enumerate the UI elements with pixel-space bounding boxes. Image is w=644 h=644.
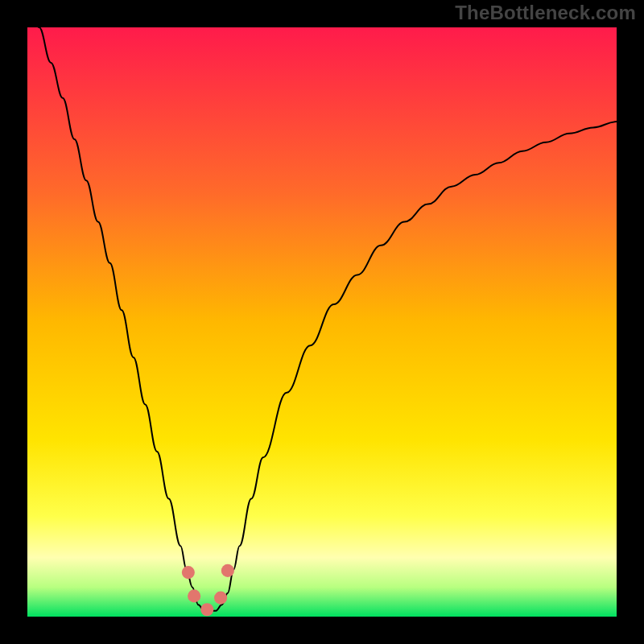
bottleneck-marker: [200, 603, 213, 616]
plot-area: [27, 27, 617, 617]
bottleneck-marker: [182, 566, 195, 579]
svg-rect-0: [27, 27, 617, 617]
bottleneck-marker: [221, 564, 234, 577]
chart-frame: TheBottleneck.com: [0, 0, 644, 644]
watermark-text: TheBottleneck.com: [455, 2, 636, 24]
chart-svg: [27, 27, 617, 617]
bottleneck-marker: [214, 592, 227, 605]
bottleneck-marker: [188, 589, 200, 602]
